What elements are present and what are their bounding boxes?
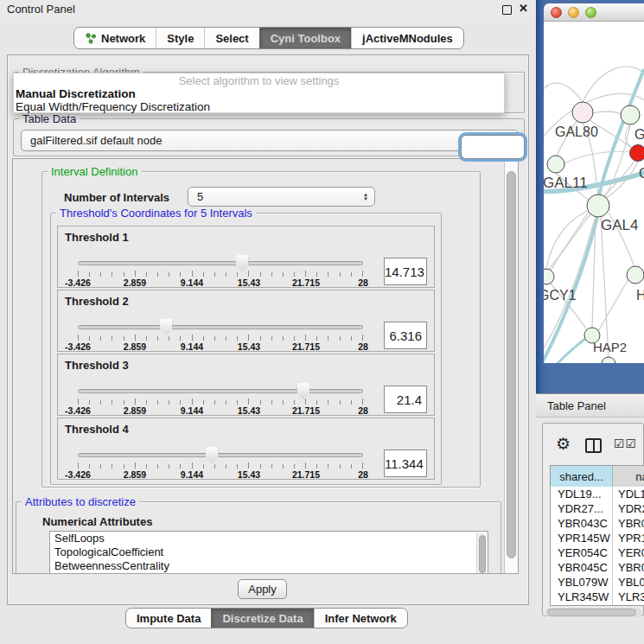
table-panel-titlebar: Table Panel (536, 393, 644, 418)
threshold-value-field[interactable]: 14.713 (384, 258, 427, 285)
table-data-group: Table Data galFiltered.sif default node … (13, 118, 525, 156)
tab-style[interactable]: Style (156, 28, 204, 48)
slider-thumb[interactable] (236, 255, 249, 271)
node-gal11[interactable] (547, 156, 564, 173)
split-pane-icon[interactable] (585, 438, 602, 453)
list-item[interactable]: TopologicalCoefficient (50, 545, 488, 559)
node-label: H (636, 288, 644, 303)
settings-scrollpane: Interval Definition Number of Intervals … (12, 158, 519, 574)
table-row[interactable]: YBR045CYBR0 (551, 560, 644, 575)
scrollbar-thumb[interactable] (479, 535, 486, 573)
threshold-label: Threshold 4 (65, 423, 129, 436)
tab-jactivemnodules[interactable]: jActiveMNodules (351, 28, 463, 48)
table-data-combobox[interactable]: galFiltered.sif default node ▲▼ (21, 130, 519, 151)
slider-tick-labels: -3.4262.8599.14415.4321.71528 (78, 277, 363, 288)
dropdown-hint: Select algorithm to view settings (14, 73, 504, 87)
apply-button[interactable]: Apply (238, 579, 287, 599)
dropdown-item-equal-width-frequency[interactable]: Equal Width/Frequency Discretization (14, 100, 504, 113)
group-title: Table Data (19, 112, 80, 125)
threshold-value-field[interactable]: 21.4 (384, 386, 427, 413)
tab-label: Infer Network (325, 612, 397, 625)
table-horizontal-scrollbar[interactable] (545, 608, 642, 617)
network-icon (85, 32, 97, 44)
table-row[interactable]: YIL052CYIL0 (551, 604, 644, 606)
node-ga[interactable] (621, 105, 640, 124)
close-traffic-light[interactable] (551, 7, 562, 18)
list-scrollbar[interactable] (476, 532, 487, 574)
number-of-intervals-combobox[interactable]: 5 ▲▼ (188, 187, 375, 207)
slider-thumb[interactable] (296, 383, 309, 399)
tab-label: jActiveMNodules (362, 32, 453, 45)
threshold-1-slider[interactable]: -3.4262.8599.14415.4321.71528 (78, 251, 363, 287)
threshold-label: Threshold 3 (65, 359, 129, 372)
tab-infer-network[interactable]: Infer Network (314, 609, 407, 628)
scrollbar-thumb[interactable] (507, 171, 516, 558)
node-selected-red[interactable] (630, 145, 644, 162)
slider-track[interactable] (78, 325, 363, 329)
node-attribute-table: shared... na YDL19...YDL1YDR27...YDR2YBR… (550, 465, 644, 606)
threshold-4-slider[interactable]: -3.4262.8599.14415.4321.71528 (78, 443, 363, 479)
algorithm-combobox[interactable] (461, 135, 525, 159)
table-row[interactable]: YPR145WYPR1 (551, 531, 644, 545)
list-item[interactable]: BetweennessCentrality (50, 559, 488, 573)
slider-tick-labels: -3.4262.8599.14415.4321.71528 (78, 469, 363, 480)
threshold-3-slider[interactable]: -3.4262.8599.14415.4321.71528 (78, 379, 363, 415)
node-label: GAL4 (601, 217, 638, 233)
group-title: Threshold's Coordinates for 5 Intervals (56, 207, 256, 220)
float-window-icon[interactable] (502, 5, 512, 15)
column-checkboxes-icon[interactable]: ☑☑ (614, 437, 637, 450)
threshold-2-slider[interactable]: -3.4262.8599.14415.4321.71528 (78, 315, 363, 351)
threshold-value-field[interactable]: 6.316 (384, 322, 427, 349)
network-canvas[interactable]: GAL80 GA C GAL11 GAL4 GCY1 H HAP2 (544, 22, 644, 363)
gear-icon[interactable]: ⚙ (556, 436, 571, 453)
column-header-shared-name[interactable]: shared... (551, 466, 613, 487)
close-icon[interactable]: ✕ (519, 2, 528, 15)
table-panel-title: Table Panel (547, 399, 606, 412)
node-label: GA (634, 127, 644, 142)
node-label: C (639, 166, 644, 181)
slider-thumb[interactable] (206, 447, 219, 463)
list-item[interactable]: SelfLoops (50, 532, 488, 545)
tab-label: Network (101, 32, 145, 45)
scrollbar-thumb[interactable] (547, 609, 636, 616)
node-label: GCY1 (544, 288, 577, 303)
tab-label: Cyni Toolbox (271, 32, 341, 45)
tab-impute-data[interactable]: Impute Data (126, 609, 211, 628)
node-table-body: YDL19...YDL1YDR27...YDR2YBR043CYBR0YPR14… (551, 487, 644, 606)
node-gal4[interactable] (587, 194, 609, 217)
slider-track[interactable] (78, 453, 363, 457)
slider-track[interactable] (78, 261, 363, 265)
slider-track[interactable] (78, 389, 363, 393)
pane-scrollbar[interactable] (504, 159, 518, 573)
node-gcy1[interactable] (544, 269, 554, 284)
tab-discretize-data[interactable]: Discretize Data (211, 609, 313, 628)
slider-ticks (78, 335, 363, 341)
group-title: Attributes to discretize (22, 495, 139, 508)
tab-select[interactable]: Select (204, 28, 258, 48)
tab-network[interactable]: Network (74, 28, 156, 48)
node-h[interactable] (627, 266, 644, 284)
table-row[interactable]: YLR345WYLR3 (551, 590, 644, 604)
table-row[interactable]: YBL079WYBL0 (551, 575, 644, 590)
slider-thumb[interactable] (160, 319, 173, 335)
combobox-value: 5 (197, 190, 203, 203)
column-header-name[interactable]: na (613, 466, 644, 487)
tab-cyni-toolbox[interactable]: Cyni Toolbox (259, 28, 351, 48)
node-bottom[interactable] (602, 357, 615, 363)
slider-ticks (78, 462, 363, 469)
node-label: HAP2 (593, 340, 627, 354)
threshold-4-panel: Threshold 4 -3.4262.8599.14415.4321.7152… (57, 418, 435, 480)
dropdown-item-manual-discretization[interactable]: Manual Discretization (14, 87, 504, 100)
node-gal80[interactable] (572, 102, 593, 123)
tab-label: Impute Data (137, 612, 201, 625)
minimize-traffic-light[interactable] (568, 7, 579, 18)
tab-label: Style (167, 32, 194, 45)
table-row[interactable]: YDL19...YDL1 (551, 487, 644, 501)
table-row[interactable]: YER054CYER0 (551, 545, 644, 560)
threshold-value-field[interactable]: 11.344 (384, 450, 427, 477)
table-row[interactable]: YDR27...YDR2 (551, 501, 644, 516)
slider-ticks (78, 399, 363, 405)
table-row[interactable]: YBR043CYBR0 (551, 516, 644, 531)
zoom-traffic-light[interactable] (585, 7, 596, 18)
network-window-titlebar[interactable] (544, 3, 644, 22)
